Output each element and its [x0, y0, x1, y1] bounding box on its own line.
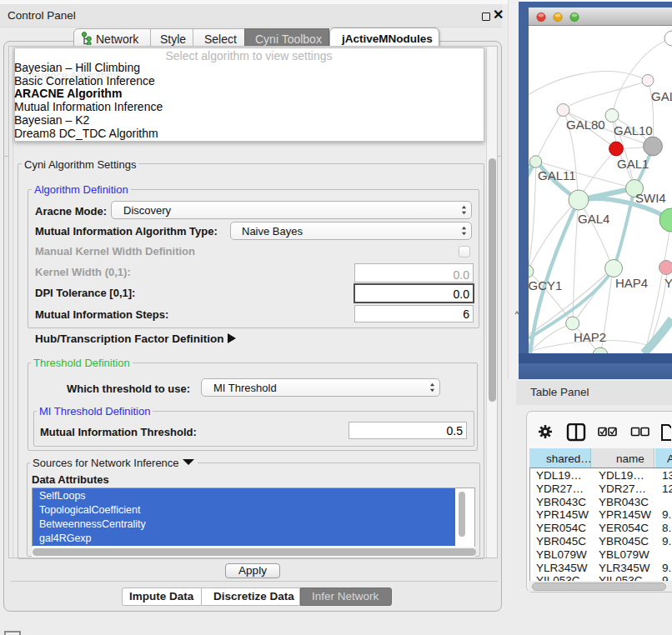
svg-text:HAP2: HAP2: [574, 330, 606, 344]
svg-text:GCY1: GCY1: [529, 278, 562, 292]
svg-text:HAP4: HAP4: [615, 276, 648, 290]
svg-text:SWI4: SWI4: [635, 191, 666, 205]
svg-text:Y: Y: [664, 276, 672, 290]
svg-text:GAL11: GAL11: [538, 168, 576, 182]
svg-text:GAL: GAL: [651, 89, 672, 103]
svg-text:GAL80: GAL80: [566, 118, 605, 132]
svg-text:GAL10: GAL10: [614, 123, 653, 138]
svg-text:GAL1: GAL1: [617, 157, 649, 171]
svg-text:GAL4: GAL4: [578, 212, 609, 226]
